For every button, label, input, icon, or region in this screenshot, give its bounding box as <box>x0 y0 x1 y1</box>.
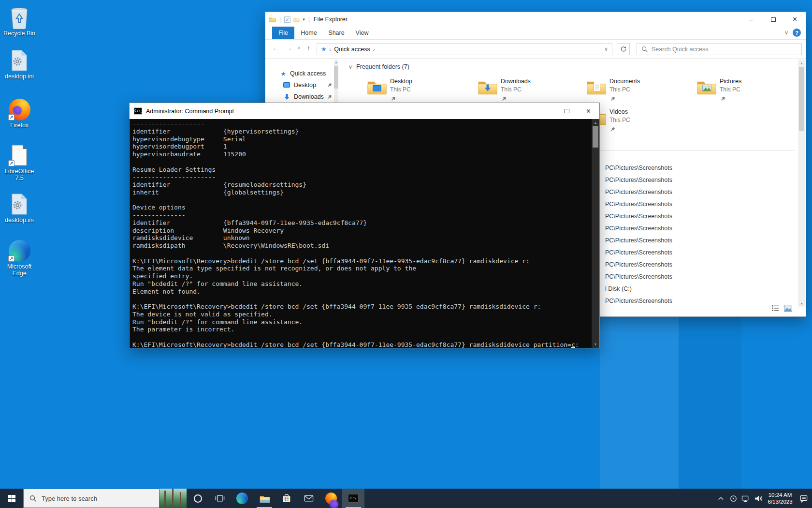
explorer-titlebar[interactable]: | ✓ ▾ | File Explorer – × <box>265 12 806 27</box>
chevron-right-icon[interactable]: › <box>370 46 378 52</box>
ribbon-collapse-icon[interactable]: ∨ <box>784 30 788 36</box>
scroll-up-icon[interactable]: ▲ <box>334 60 338 64</box>
tab-file[interactable]: File <box>272 27 294 39</box>
details-view-icon[interactable] <box>771 305 779 314</box>
taskbar-edge-button[interactable] <box>231 489 253 508</box>
minimize-button[interactable]: – <box>534 103 556 119</box>
desktop-icon-recycle-bin[interactable]: Recycle Bin <box>1 6 38 50</box>
file-row[interactable]: PC\Pictures\Screenshots <box>605 258 672 270</box>
large-thumbnails-view-icon[interactable] <box>784 305 792 314</box>
address-segment[interactable]: Quick access <box>334 46 370 53</box>
news-widget[interactable] <box>160 489 187 508</box>
file-row[interactable]: PC\Pictures\Screenshots <box>605 174 672 186</box>
mail-icon <box>304 494 314 503</box>
folder-icon <box>478 79 498 95</box>
tab-home[interactable]: Home <box>298 27 319 39</box>
file-row[interactable]: PC\Pictures\Screenshots <box>605 162 672 174</box>
close-button[interactable]: × <box>578 103 599 119</box>
sidebar-item-desktop[interactable]: Desktop <box>265 80 339 90</box>
file-row[interactable]: PC\Pictures\Screenshots <box>605 234 672 246</box>
properties-icon[interactable]: ✓ <box>284 16 290 23</box>
task-view-icon <box>215 494 225 503</box>
forward-button[interactable]: → <box>286 44 292 52</box>
scroll-down-icon[interactable]: ▼ <box>798 302 805 305</box>
sidebar-item-quick-access[interactable]: ★ Quick access <box>265 68 339 79</box>
scrollbar-thumb[interactable] <box>593 126 598 148</box>
taskbar-clock[interactable]: 10:24 AM 6/13/2023 <box>765 489 796 508</box>
close-button[interactable]: × <box>784 12 806 27</box>
cmd-line: inherit {globalsettings} <box>132 189 599 196</box>
desktop-icon-libreoffice[interactable]: ↗ LibreOffice 7.5 <box>1 144 38 188</box>
main-scrollbar[interactable]: ▲ ▼ <box>798 60 805 307</box>
tray-network-button[interactable] <box>740 489 752 508</box>
file-row[interactable]: PC\Pictures\Screenshots <box>605 198 672 210</box>
tile-pictures[interactable]: Pictures This PC <box>696 78 798 108</box>
cmd-line: ramdisksdipath \Recovery\WindowsRE\boot.… <box>132 242 599 250</box>
firefox-icon <box>325 493 337 504</box>
address-dropdown-icon[interactable]: ∨ <box>604 46 608 52</box>
quick-access-star-icon: ★ <box>279 70 287 77</box>
minimize-button[interactable]: – <box>740 12 762 27</box>
pin-icon <box>720 95 725 104</box>
start-button[interactable] <box>0 489 23 508</box>
new-folder-icon[interactable] <box>293 16 300 23</box>
maximize-button[interactable] <box>556 103 578 119</box>
file-row[interactable]: PC\Pictures\Screenshots <box>605 222 672 234</box>
action-center-button[interactable] <box>796 489 812 508</box>
scrollbar-thumb[interactable] <box>334 66 338 89</box>
file-row[interactable]: PC\Pictures\Screenshots <box>605 186 672 198</box>
file-row[interactable]: l Disk (C:) <box>605 283 632 295</box>
tray-show-hidden-icons[interactable] <box>714 489 727 508</box>
cmd-line: hypervisorbaudrate 115200 <box>132 150 599 158</box>
cmd-titlebar[interactable]: C:\_ Administrator: Command Prompt – × <box>130 103 599 119</box>
task-view-button[interactable] <box>209 489 231 508</box>
qat-customize-chevron-icon[interactable]: ▾ <box>303 17 305 22</box>
sidebar-item-downloads[interactable]: Downloads <box>265 91 339 102</box>
scrollbar-thumb[interactable] <box>799 67 804 131</box>
section-header-frequent-folders[interactable]: ∨ Frequent folders (7) <box>348 63 409 70</box>
tile-documents[interactable]: Documents This PC <box>586 78 688 108</box>
tile-videos[interactable]: Videos This PC <box>586 108 688 138</box>
text-cursor: c <box>571 341 575 348</box>
file-row[interactable]: PC\Pictures\Screenshots <box>605 210 672 222</box>
desktop: Recycle Bin desktop.ini ↗ Firefox ↗ <box>0 0 812 508</box>
explorer-search-input[interactable]: Search Quick access <box>637 43 802 55</box>
cmd-window: C:\_ Administrator: Command Prompt – × -… <box>129 103 600 348</box>
cortana-button[interactable] <box>187 489 209 508</box>
back-button[interactable]: ← <box>272 44 279 52</box>
scroll-down-icon[interactable]: ▼ <box>592 343 599 346</box>
cortana-icon <box>194 494 202 503</box>
refresh-button[interactable] <box>617 43 630 55</box>
desktop-icon-desktop-ini-1[interactable]: desktop.ini <box>1 49 38 93</box>
taskbar-search-input[interactable]: Type here to search <box>23 489 160 508</box>
file-row[interactable]: PC\Pictures\Screenshots <box>605 270 672 283</box>
desktop-icon-desktop-ini-2[interactable]: desktop.ini <box>1 193 38 237</box>
tray-volume-button[interactable] <box>752 489 765 508</box>
cmd-terminal[interactable]: ------------------- identifier {hypervis… <box>130 119 599 348</box>
recycle-bin-icon <box>8 6 31 29</box>
file-row[interactable]: PC\Pictures\Screenshots <box>605 246 672 258</box>
desktop-icon-edge[interactable]: ↗ Microsoft Edge <box>1 239 38 284</box>
address-bar[interactable]: ★ › Quick access › ∨ <box>317 43 612 55</box>
recent-locations-icon[interactable]: ∨ <box>297 45 301 50</box>
cmd-scrollbar[interactable]: ▲ ▼ <box>592 119 599 348</box>
desktop-icon-firefox[interactable]: ↗ Firefox <box>1 98 38 142</box>
tab-share[interactable]: Share <box>325 27 348 39</box>
scroll-up-icon[interactable]: ▲ <box>798 61 805 65</box>
edge-icon <box>236 493 248 504</box>
cmd-line: hypervisordebugtype Serial <box>132 135 599 143</box>
taskbar-firefox-button[interactable] <box>320 489 342 508</box>
taskbar-file-explorer-button[interactable] <box>253 489 276 508</box>
tray-meet-now-button[interactable] <box>727 489 740 508</box>
taskbar-cmd-button[interactable]: C:\ <box>342 489 364 508</box>
taskbar-mail-button[interactable] <box>298 489 320 508</box>
file-row[interactable]: PC\Pictures\Screenshots <box>605 295 672 307</box>
maximize-button[interactable] <box>762 12 784 27</box>
tab-view[interactable]: View <box>352 27 372 39</box>
taskbar-store-button[interactable] <box>276 489 298 508</box>
scroll-up-icon[interactable]: ▲ <box>592 121 599 124</box>
up-button[interactable]: ↑ <box>307 44 310 52</box>
collapse-chevron-icon[interactable]: ∨ <box>348 64 352 70</box>
chevron-right-icon[interactable]: › <box>327 46 334 52</box>
help-button[interactable]: ? <box>793 29 801 37</box>
